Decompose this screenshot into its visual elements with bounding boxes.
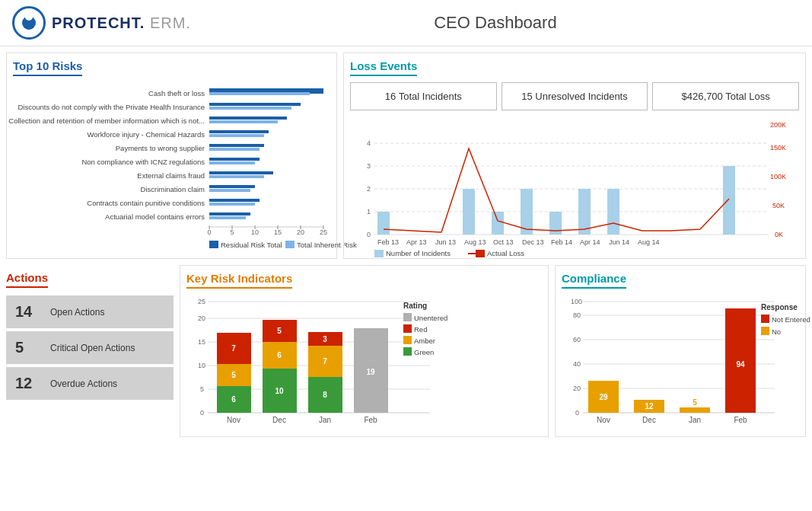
svg-text:Cash theft or loss: Cash theft or loss (148, 89, 205, 97)
logo-icon (12, 6, 46, 40)
svg-rect-130 (403, 347, 412, 356)
svg-text:7: 7 (323, 357, 327, 366)
svg-text:Discounts do not comply with t: Discounts do not comply with the Private… (18, 103, 205, 111)
svg-text:5: 5 (693, 398, 697, 407)
svg-text:0: 0 (367, 231, 371, 238)
compliance-chart-svg: 0 20 40 60 80 100 29 12 5 94 (562, 295, 798, 428)
svg-text:Non compliance with ICNZ regul: Non compliance with ICNZ regulations (81, 158, 205, 166)
action-overdue-count: 12 (15, 375, 37, 392)
svg-rect-64 (377, 212, 390, 235)
svg-rect-26 (209, 185, 255, 188)
action-critical-count: 5 (15, 339, 37, 356)
kri-chart-svg: 0 5 10 15 20 25 6 5 7 (186, 295, 460, 428)
kri-title: Key Risk Indicators (186, 272, 292, 289)
svg-text:3: 3 (323, 335, 327, 343)
svg-rect-19 (209, 134, 264, 137)
svg-text:4: 4 (367, 139, 371, 147)
action-open-actions[interactable]: 14 Open Actions (6, 295, 174, 328)
svg-text:2: 2 (367, 185, 371, 193)
svg-rect-85 (476, 250, 485, 257)
svg-rect-27 (209, 189, 250, 192)
header: PROTECHT. ERM. CEO Dashboard (0, 0, 812, 46)
svg-text:Payments to wrong supplier: Payments to wrong supplier (116, 144, 205, 152)
svg-rect-126 (403, 324, 412, 333)
svg-text:Number of Incidents: Number of Incidents (386, 249, 451, 257)
svg-text:Actuarial model contains error: Actuarial model contains errors (105, 212, 205, 221)
actions-panel: Actions 14 Open Actions 5 Critical Open … (6, 265, 174, 437)
svg-text:Unentered: Unentered (414, 314, 447, 322)
top-row: Top 10 Risks Cash theft or loss Discount… (0, 46, 812, 262)
svg-text:Collection and retention of me: Collection and retention of member infor… (8, 117, 205, 125)
svg-text:No: No (772, 327, 781, 336)
svg-rect-69 (578, 189, 591, 235)
svg-text:Jan: Jan (319, 416, 331, 424)
compliance-panel: Compliance 0 20 40 60 80 100 29 12 (555, 265, 806, 437)
svg-text:7: 7 (231, 344, 236, 353)
action-critical-label: Critical Open Actions (50, 343, 135, 353)
svg-rect-13 (209, 92, 310, 95)
svg-text:150K: 150K (770, 144, 786, 152)
svg-text:8: 8 (323, 391, 327, 399)
action-overdue-actions[interactable]: 12 Overdue Actions (6, 367, 174, 400)
svg-text:0: 0 (207, 228, 211, 236)
svg-text:Nov: Nov (597, 416, 610, 424)
svg-rect-21 (209, 148, 260, 151)
svg-rect-157 (761, 315, 769, 323)
loss-events-panel: Loss Events 16 Total Incidents 15 Unreso… (343, 53, 806, 259)
svg-text:25: 25 (198, 298, 205, 305)
svg-text:Jun 13: Jun 13 (435, 238, 456, 246)
svg-text:Dec: Dec (642, 416, 656, 424)
svg-rect-148 (680, 407, 710, 413)
svg-rect-159 (761, 327, 769, 335)
svg-text:Response: Response (761, 303, 798, 311)
svg-rect-23 (209, 161, 255, 164)
svg-rect-20 (209, 144, 264, 147)
svg-text:Nov: Nov (227, 416, 240, 424)
svg-text:15: 15 (198, 338, 205, 346)
svg-rect-16 (209, 117, 287, 120)
stat-total-loss: $426,700 Total Loss (652, 82, 799, 110)
bottom-row: Actions 14 Open Actions 5 Critical Open … (0, 262, 812, 443)
svg-rect-29 (209, 203, 255, 206)
svg-text:Rating: Rating (403, 302, 427, 310)
svg-text:5: 5 (277, 327, 282, 335)
loss-events-title: Loss Events (350, 59, 417, 76)
svg-rect-14 (209, 103, 301, 106)
svg-rect-124 (403, 313, 412, 321)
svg-text:10: 10 (198, 362, 205, 369)
kri-panel: Key Risk Indicators 0 5 10 15 20 25 6 5 (180, 265, 549, 437)
svg-rect-30 (209, 212, 250, 216)
actions-title: Actions (6, 271, 48, 288)
svg-text:6: 6 (277, 351, 282, 359)
svg-text:Workforce injury - Chemical Ha: Workforce injury - Chemical Hazards (87, 130, 205, 139)
svg-text:Feb 13: Feb 13 (377, 238, 399, 246)
svg-text:3: 3 (367, 162, 371, 170)
svg-text:Residual Risk Total: Residual Risk Total (221, 241, 282, 249)
svg-rect-82 (374, 250, 384, 257)
svg-text:19: 19 (366, 368, 375, 376)
svg-text:5: 5 (200, 385, 204, 393)
stat-total-incidents: 16 Total Incidents (350, 82, 497, 110)
svg-text:Jun 14: Jun 14 (609, 238, 629, 246)
svg-text:Not Entered: Not Entered (772, 315, 810, 324)
svg-rect-17 (209, 120, 278, 123)
svg-rect-25 (209, 175, 264, 178)
svg-text:6: 6 (231, 395, 236, 404)
svg-text:10: 10 (275, 387, 284, 395)
risks-chart-svg: Cash theft or loss Discounts do not comp… (13, 82, 329, 250)
svg-rect-28 (209, 199, 260, 202)
svg-text:Discrimination claim: Discrimination claim (141, 185, 205, 193)
svg-text:94: 94 (736, 360, 745, 369)
loss-stats-row: 16 Total Incidents 15 Unresolved Inciden… (350, 82, 799, 110)
svg-text:0: 0 (200, 409, 204, 417)
svg-text:Aug 14: Aug 14 (638, 238, 660, 246)
svg-rect-22 (209, 158, 260, 161)
action-critical-actions[interactable]: 5 Critical Open Actions (6, 331, 174, 364)
svg-text:Apr 14: Apr 14 (580, 238, 600, 246)
svg-text:1: 1 (367, 208, 371, 216)
svg-text:25: 25 (320, 228, 327, 236)
svg-text:0: 0 (575, 409, 579, 417)
top10-title: Top 10 Risks (13, 59, 82, 76)
svg-text:Dec 13: Dec 13 (522, 238, 544, 246)
stat-unresolved-incidents: 15 Unresolved Incidents (502, 82, 648, 110)
